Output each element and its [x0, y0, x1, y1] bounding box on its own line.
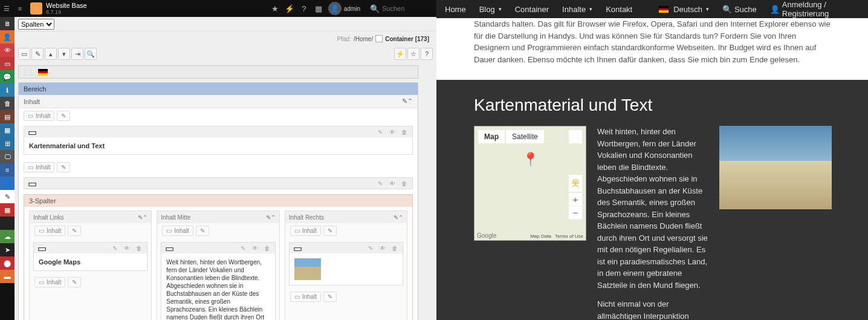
spalter-header[interactable]: 3-Spalter	[24, 195, 412, 207]
side-info-icon[interactable]: ℹ	[0, 83, 15, 97]
side-table-icon[interactable]: ⊞	[0, 137, 15, 150]
edit-icon[interactable]: ✎	[366, 244, 375, 252]
side-screen-icon[interactable]: 🖵	[0, 150, 15, 163]
side-cloud-icon[interactable]: ☁	[0, 230, 15, 243]
collapse-icon[interactable]: ⌃	[398, 214, 403, 221]
tool-search-icon[interactable]: 🔍	[85, 48, 97, 60]
delete-icon[interactable]: 🗑	[135, 244, 143, 252]
collapse-icon[interactable]: ⌃	[271, 214, 276, 221]
edit-icon[interactable]: ✎	[266, 214, 271, 221]
visibility-icon[interactable]: 👁	[123, 244, 131, 252]
add-more-button[interactable]: ✎	[68, 277, 81, 287]
nav-login[interactable]: 👤 Anmeldung / Registrierung	[770, 0, 860, 18]
nav-search[interactable]: 🔍 Suche	[722, 5, 757, 14]
add-inhalt-button[interactable]: ▭ Inhalt	[290, 226, 321, 236]
tool-bolt-icon[interactable]: ⚡	[394, 48, 406, 60]
add-inhalt-button[interactable]: ▭ Inhalt	[290, 292, 321, 302]
visibility-icon[interactable]: 👁	[378, 244, 387, 252]
search-icon[interactable]: 🔍	[368, 0, 382, 17]
edit-icon[interactable]: ✎	[111, 244, 119, 252]
delete-icon[interactable]: 🗑	[390, 244, 399, 252]
add-inhalt-button[interactable]: ▭ Inhalt	[24, 111, 54, 121]
side-folder-icon[interactable]: ▬	[0, 270, 15, 283]
side-grid-icon[interactable]: ▦	[0, 203, 15, 217]
pegman-icon[interactable]: 웃	[569, 175, 582, 192]
side-user-icon[interactable]: 👤	[0, 30, 15, 44]
star-icon[interactable]: ★	[268, 0, 282, 17]
add-inhalt-button[interactable]: ▭ Inhalt	[162, 226, 193, 236]
edit-icon[interactable]: ✎	[394, 214, 398, 221]
side-mask-icon[interactable]: ⬤	[0, 256, 15, 270]
help-icon[interactable]: ?	[297, 0, 311, 17]
side-person-icon[interactable]: 👤	[0, 177, 15, 190]
grid-icon[interactable]: ▦	[311, 0, 326, 17]
nav-kontakt[interactable]: Kontakt	[606, 5, 632, 14]
bolt-icon[interactable]: ⚡	[282, 0, 297, 17]
collapse-icon[interactable]: ⌃	[407, 97, 413, 105]
list-icon[interactable]: ≡	[13, 0, 27, 17]
side-cal-icon[interactable]: ▦	[0, 123, 15, 137]
nav-home[interactable]: Home	[445, 5, 466, 14]
search-input[interactable]	[382, 5, 436, 12]
add-inhalt-button[interactable]: ▭ Inhalt	[34, 277, 65, 287]
side-book-icon[interactable]: ▤	[0, 110, 15, 123]
side-eye-icon[interactable]: 👁	[0, 44, 15, 57]
tool-star-icon[interactable]: ☆	[407, 48, 419, 60]
cms-search[interactable]: 🔍	[368, 0, 436, 17]
lang-switch[interactable]: Deutsch▾	[659, 5, 709, 14]
delete-icon[interactable]: 🗑	[263, 244, 271, 252]
tool-btn-up[interactable]: ▴	[45, 48, 57, 60]
side-pen-icon[interactable]: ✎	[0, 190, 15, 203]
view-select[interactable]: Spalten	[18, 19, 54, 30]
edit-icon[interactable]: ✎	[376, 179, 384, 188]
add-more-button[interactable]: ✎	[323, 292, 337, 302]
side-doc-icon[interactable]: 🗎	[0, 17, 15, 30]
add-inhalt-button[interactable]: ▭ Inhalt	[34, 226, 65, 236]
canvas[interactable]: ⋮⋮ Bereich Inhalt ✎ ⌃ ▭ Inhalt	[15, 62, 436, 320]
add-inhalt-button[interactable]: ▭ Inhalt	[24, 162, 54, 172]
grip-icon[interactable]: ⋮⋮	[22, 69, 34, 76]
map-data-link[interactable]: Map Data	[530, 233, 551, 239]
side-rocket-icon[interactable]: ➤	[0, 243, 15, 256]
side-chat-icon[interactable]: 💬	[0, 70, 15, 83]
avatar-icon[interactable]: 👤	[328, 2, 342, 15]
nav-inhalte[interactable]: Inhalte▾	[562, 5, 592, 14]
add-more-button[interactable]: ✎	[196, 226, 209, 236]
visibility-icon[interactable]: 👁	[388, 179, 397, 188]
zoom-in-button[interactable]: +	[569, 193, 582, 206]
edit-icon[interactable]: ✎	[239, 244, 247, 252]
tool-btn-1[interactable]: ▭	[18, 48, 30, 60]
tool-btn-2[interactable]: ✎	[31, 48, 44, 60]
tool-btn-down[interactable]: ▾	[58, 48, 70, 60]
add-more-button[interactable]: ✎	[57, 111, 70, 121]
tool-help-icon[interactable]: ?	[421, 48, 433, 60]
tool-btn-5[interactable]: ⇥	[71, 48, 83, 60]
nav-container[interactable]: Container	[515, 5, 549, 14]
cal-icon: ▭	[28, 126, 37, 138]
path-value[interactable]: /Home/	[354, 36, 373, 42]
add-more-button[interactable]: ✎	[68, 226, 81, 236]
map-type-satellite[interactable]: Satellite	[506, 130, 544, 143]
edit-icon[interactable]: ✎	[138, 214, 143, 221]
user-label[interactable]: admin	[344, 5, 360, 12]
visibility-icon[interactable]: 👁	[388, 128, 397, 136]
delete-icon[interactable]: 🗑	[400, 179, 409, 188]
side-list-icon[interactable]: ≡	[0, 163, 15, 177]
nav-blog[interactable]: Blog▾	[479, 5, 502, 14]
menu-icon[interactable]: ☰	[0, 0, 13, 17]
fullscreen-icon[interactable]: ⛶	[569, 130, 582, 143]
delete-icon[interactable]: 🗑	[400, 128, 409, 136]
edit-icon[interactable]: ✎	[376, 128, 384, 136]
add-more-button[interactable]: ✎	[323, 226, 337, 236]
side-box-icon[interactable]: ▭	[0, 57, 15, 70]
bereich-header[interactable]: Bereich	[19, 83, 418, 95]
edit-icon[interactable]: ✎	[402, 97, 407, 105]
map-terms-link[interactable]: Terms of Use	[555, 233, 583, 239]
add-more-button[interactable]: ✎	[57, 162, 70, 172]
visibility-icon[interactable]: 👁	[251, 244, 259, 252]
map-type-map[interactable]: Map	[478, 130, 505, 143]
side-trash-icon[interactable]: 🗑	[0, 97, 15, 110]
zoom-out-button[interactable]: −	[569, 206, 582, 220]
map-widget[interactable]: Map Satellite ⛶ 📍 웃 + − Google Map Data …	[474, 126, 586, 241]
collapse-icon[interactable]: ⌃	[143, 214, 147, 221]
